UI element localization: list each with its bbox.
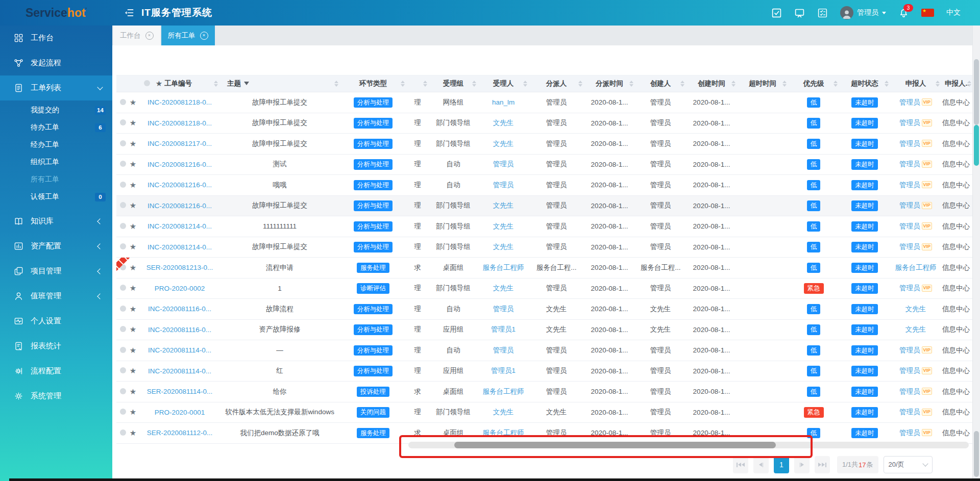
column-header-6[interactable]: 创建人 xyxy=(635,75,686,92)
table-row[interactable]: ★ INC-2020081217-0... 故障申报工单提交 分析与处理 理 部… xyxy=(116,134,973,155)
select-all-radio[interactable] xyxy=(144,80,150,86)
handler-link[interactable]: 文先生 xyxy=(493,201,514,209)
sidebar-subitem-认领工单[interactable]: 认领工单0 xyxy=(0,188,112,206)
row-radio[interactable] xyxy=(120,140,126,146)
star-icon[interactable]: ★ xyxy=(130,346,136,355)
order-id-link[interactable]: INC-2020081114-0... xyxy=(148,367,211,375)
star-icon[interactable]: ★ xyxy=(130,284,136,292)
sidebar-item-工单列表[interactable]: 工单列表 xyxy=(0,75,112,100)
horizontal-scrollbar-thumb[interactable] xyxy=(454,442,776,448)
handler-link[interactable]: 服务台工程师 xyxy=(483,264,524,271)
sort-carets-icon[interactable] xyxy=(936,81,940,87)
handler-link[interactable]: 管理员1 xyxy=(491,325,516,333)
reporter-link[interactable]: 管理员 xyxy=(899,160,920,168)
sidebar-item-系统管理[interactable]: 系统管理 xyxy=(0,384,112,409)
sort-carets-icon[interactable] xyxy=(423,81,427,87)
order-id-link[interactable]: INC-2020081217-0... xyxy=(148,140,212,147)
handler-link[interactable]: 文先生 xyxy=(493,284,514,292)
vertical-scrollbar-thumb[interactable] xyxy=(974,125,979,166)
reporter-link[interactable]: 管理员 xyxy=(899,408,920,416)
sidebar-subitem-所有工单[interactable]: 所有工单 xyxy=(0,171,112,188)
checklist-icon[interactable] xyxy=(817,8,828,18)
sort-carets-icon[interactable] xyxy=(523,81,527,87)
sidebar-item-值班管理[interactable]: 值班管理 xyxy=(0,284,112,309)
close-icon[interactable]: × xyxy=(145,32,154,40)
star-icon[interactable]: ★ xyxy=(130,242,136,251)
table-row[interactable]: ★ SER-2020081112-0... 我们把demo数据还原了哦 服务处理… xyxy=(116,423,973,444)
table-row[interactable]: ★ INC-2020081218-0... 故障申报工单提交 分析与处理 理 部… xyxy=(116,113,973,134)
reporter-link[interactable]: 管理员 xyxy=(899,284,920,292)
order-id-link[interactable]: INC-2020081214-0... xyxy=(148,222,212,230)
menu-fold-icon[interactable] xyxy=(124,8,134,18)
tab-all-orders[interactable]: 所有工单 × xyxy=(161,26,215,45)
sidebar-subitem-经办工单[interactable]: 经办工单 xyxy=(0,136,112,154)
sidebar-item-知识库[interactable]: 知识库 xyxy=(0,209,112,234)
last-page-button[interactable] xyxy=(815,456,830,473)
sort-carets-icon[interactable] xyxy=(680,81,684,87)
row-radio[interactable] xyxy=(120,388,126,394)
monitor-icon[interactable] xyxy=(794,8,805,18)
prev-page-button[interactable] xyxy=(753,456,769,473)
table-row[interactable]: ★ INC-2020081114-0... 红 分析与处理 理 应用组 管理员1… xyxy=(116,361,973,382)
first-page-button[interactable] xyxy=(733,456,748,473)
sidebar-item-报表统计[interactable]: 报表统计 xyxy=(0,334,112,359)
column-header-7[interactable]: 创建时间 xyxy=(686,75,737,92)
language-switch[interactable]: 中文 xyxy=(946,8,961,17)
handler-link[interactable]: han_lm xyxy=(492,98,514,106)
star-icon[interactable]: ★ xyxy=(130,263,136,272)
flag-icon[interactable]: ★ xyxy=(921,9,934,17)
star-icon[interactable]: ★ xyxy=(130,325,136,334)
page-size-select[interactable]: 20/页 xyxy=(884,456,933,473)
column-header-subject[interactable]: 主题 xyxy=(219,75,340,92)
reporter-link[interactable]: 服务台工程师 xyxy=(895,264,937,271)
row-radio[interactable] xyxy=(120,99,126,105)
sort-carets-icon[interactable] xyxy=(731,81,736,87)
reporter-link[interactable]: 管理员 xyxy=(899,181,920,189)
sort-carets-icon[interactable] xyxy=(401,81,405,87)
reporter-link[interactable]: 管理员 xyxy=(899,201,920,209)
table-row[interactable]: ★ INC-2020081116-0... 故障流程 分析与处理 理 自动 管理… xyxy=(116,299,973,320)
sort-carets-icon[interactable] xyxy=(834,81,838,87)
reporter-link[interactable]: 管理员 xyxy=(899,367,920,374)
handler-link[interactable]: 服务台工程师 xyxy=(483,388,524,395)
brand-logo[interactable]: Servicehot' xyxy=(0,0,112,26)
table-row[interactable]: ★ PRO-2020-0002 1 诊断评估 理 部门领导组 文先生 管理员 2… xyxy=(116,278,973,299)
sidebar-item-资产配置[interactable]: 资产配置 xyxy=(0,234,112,259)
sort-carets-icon[interactable] xyxy=(214,81,218,87)
column-header-2[interactable]: 受理组 xyxy=(429,75,478,92)
page-number-button[interactable]: 1 xyxy=(774,456,789,473)
row-radio[interactable] xyxy=(120,367,126,373)
order-id-link[interactable]: INC-2020081218-0... xyxy=(148,119,212,127)
column-header-9[interactable]: 优先级 xyxy=(788,75,839,92)
star-icon[interactable]: ★ xyxy=(130,118,136,127)
handler-link[interactable]: 文先生 xyxy=(493,243,514,250)
row-radio[interactable] xyxy=(120,285,126,291)
column-header-1[interactable] xyxy=(406,75,429,92)
row-radio[interactable] xyxy=(120,161,126,167)
order-id-link[interactable]: INC-2020081218-0... xyxy=(148,98,212,106)
order-id-link[interactable]: INC-2020081216-0... xyxy=(148,202,212,210)
order-id-link[interactable]: INC-2020081214-0... xyxy=(148,243,212,251)
star-icon[interactable]: ★ xyxy=(130,366,136,375)
next-page-button[interactable] xyxy=(794,456,810,473)
close-icon[interactable]: × xyxy=(200,32,208,40)
order-id-link[interactable]: INC-2020081114-0... xyxy=(148,346,211,354)
order-id-link[interactable]: SER-2020081112-0... xyxy=(147,429,213,437)
column-header-order-id[interactable]: ★ 工单编号 xyxy=(116,75,219,92)
column-header-8[interactable]: 超时时间 xyxy=(737,75,788,92)
row-radio[interactable] xyxy=(120,429,126,436)
reporter-link[interactable]: 管理员 xyxy=(899,222,920,230)
star-icon[interactable]: ★ xyxy=(130,139,136,148)
handler-link[interactable]: 文先生 xyxy=(493,140,514,147)
reporter-link[interactable]: 管理员 xyxy=(899,140,920,147)
task-check-icon[interactable] xyxy=(771,8,782,18)
reporter-link[interactable]: 管理员 xyxy=(899,98,920,106)
order-id-link[interactable]: SER-2020081114-0... xyxy=(147,388,213,395)
sidebar-item-个人设置[interactable]: 个人设置 xyxy=(0,309,112,334)
table-row[interactable]: ★ SER-2020081114-0... 给你 投诉处理 求 桌面组 服务台工… xyxy=(116,382,973,402)
notifications-button[interactable]: 3 xyxy=(898,8,909,18)
sort-carets-icon[interactable] xyxy=(578,81,582,87)
column-header-0[interactable]: 环节类型 xyxy=(340,75,406,92)
sort-carets-icon[interactable] xyxy=(782,81,787,87)
star-icon[interactable]: ★ xyxy=(130,160,136,168)
